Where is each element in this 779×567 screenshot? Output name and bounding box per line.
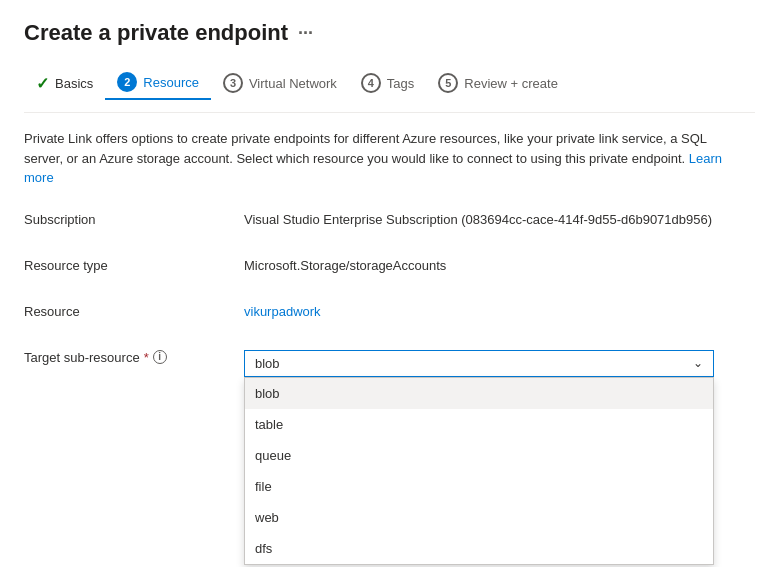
page-title: Create a private endpoint ···	[24, 20, 755, 46]
dropdown-selected-text: blob	[255, 356, 280, 371]
required-marker: *	[144, 350, 149, 365]
step-virtual-network[interactable]: 3 Virtual Network	[211, 67, 349, 99]
info-text: Private Link offers options to create pr…	[24, 129, 744, 188]
target-sub-resource-label: Target sub-resource * i	[24, 346, 244, 365]
dropdown-item-file[interactable]: file	[245, 471, 713, 502]
dropdown-item-table[interactable]: table	[245, 409, 713, 440]
step-review-create-badge: 5	[438, 73, 458, 93]
resource-type-value: Microsoft.Storage/storageAccounts	[244, 254, 755, 273]
step-virtual-network-badge: 3	[223, 73, 243, 93]
target-sub-resource-dropdown-container: blob ⌄ blobtablequeuefilewebdfs	[244, 346, 755, 377]
chevron-down-icon: ⌄	[693, 356, 703, 370]
dropdown-list: blobtablequeuefilewebdfs	[244, 377, 714, 565]
step-basics-check: ✓	[36, 74, 49, 93]
step-virtual-network-label: Virtual Network	[249, 76, 337, 91]
subscription-value: Visual Studio Enterprise Subscription (0…	[244, 208, 755, 227]
dropdown-selected-value[interactable]: blob ⌄	[244, 350, 714, 377]
step-resource[interactable]: 2 Resource	[105, 66, 211, 100]
dropdown-item-blob[interactable]: blob	[245, 378, 713, 409]
dropdown-item-queue[interactable]: queue	[245, 440, 713, 471]
resource-label: Resource	[24, 300, 244, 319]
step-tags-badge: 4	[361, 73, 381, 93]
ellipsis-menu[interactable]: ···	[298, 23, 313, 44]
info-icon[interactable]: i	[153, 350, 167, 364]
target-sub-resource-row: Target sub-resource * i blob ⌄ blobtable…	[24, 346, 755, 377]
target-sub-resource-dropdown[interactable]: blob ⌄ blobtablequeuefilewebdfs	[244, 350, 714, 377]
resource-row: Resource vikurpadwork	[24, 300, 755, 328]
dropdown-item-dfs[interactable]: dfs	[245, 533, 713, 564]
step-resource-badge: 2	[117, 72, 137, 92]
step-review-create-label: Review + create	[464, 76, 558, 91]
wizard-steps: ✓ Basics 2 Resource 3 Virtual Network 4 …	[24, 66, 755, 113]
step-basics[interactable]: ✓ Basics	[24, 68, 105, 99]
subscription-row: Subscription Visual Studio Enterprise Su…	[24, 208, 755, 236]
step-tags[interactable]: 4 Tags	[349, 67, 426, 99]
subscription-label: Subscription	[24, 208, 244, 227]
resource-type-row: Resource type Microsoft.Storage/storageA…	[24, 254, 755, 282]
resource-type-label: Resource type	[24, 254, 244, 273]
step-tags-label: Tags	[387, 76, 414, 91]
page-title-text: Create a private endpoint	[24, 20, 288, 46]
step-resource-label: Resource	[143, 75, 199, 90]
step-basics-label: Basics	[55, 76, 93, 91]
dropdown-item-web[interactable]: web	[245, 502, 713, 533]
step-review-create[interactable]: 5 Review + create	[426, 67, 570, 99]
resource-value: vikurpadwork	[244, 300, 755, 319]
